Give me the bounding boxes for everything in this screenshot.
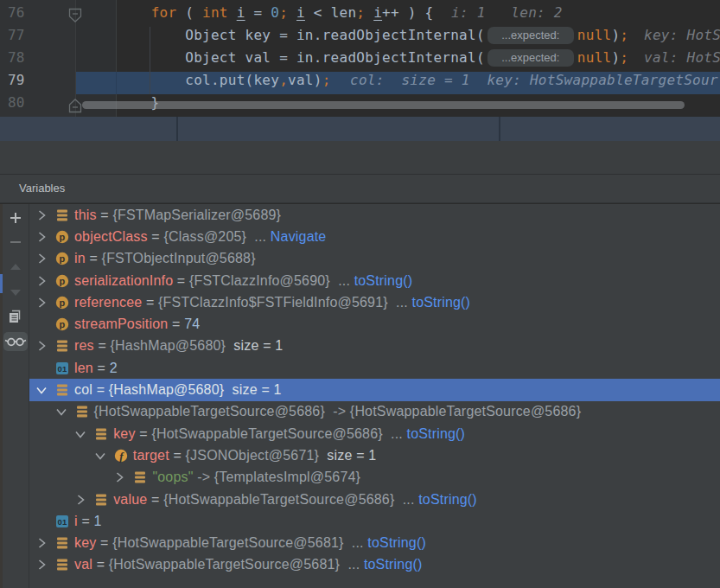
chevron-spacer bbox=[35, 317, 48, 331]
duplicate-watch-icon[interactable] bbox=[9, 310, 22, 327]
variable-row[interactable]: {HotSwappableTargetSource@5686} -> {HotS… bbox=[29, 401, 720, 423]
param-icon: p bbox=[55, 252, 69, 265]
move-down-icon[interactable] bbox=[10, 286, 22, 302]
variable-row[interactable]: 01i = 1 bbox=[29, 510, 720, 532]
variable-part-link[interactable]: toString() bbox=[364, 557, 423, 572]
primitive-icon: 01 bbox=[55, 514, 69, 528]
code-token: ; bbox=[620, 27, 628, 43]
chevron-expanded-icon[interactable] bbox=[93, 449, 107, 463]
chevron-collapsed-icon[interactable] bbox=[35, 558, 48, 572]
variable-part-link[interactable]: toString() bbox=[418, 492, 477, 507]
variable-part-dots: ... bbox=[330, 273, 354, 288]
chevron-collapsed-icon[interactable] bbox=[35, 252, 48, 265]
code-token: Object key = in.readObjectInternal( bbox=[117, 27, 485, 43]
variable-row[interactable]: pserializationInfo = {FSTClazzInfo@5690}… bbox=[29, 270, 720, 291]
debugger-inline-hint: val: HotS bbox=[644, 49, 720, 72]
variable-text: len = 2 bbox=[74, 361, 118, 376]
variable-part-link[interactable]: toString() bbox=[407, 426, 466, 441]
variable-part-name: val bbox=[74, 557, 92, 572]
variable-row[interactable]: value = {HotSwappableTargetSource@5686} … bbox=[29, 489, 720, 510]
chevron-collapsed-icon[interactable] bbox=[35, 274, 48, 288]
chevron-collapsed-icon[interactable] bbox=[35, 339, 48, 353]
variable-part-eq: = bbox=[168, 316, 184, 331]
variable-row[interactable]: "oops" -> {TemplatesImpl@5674} bbox=[29, 467, 720, 489]
variable-text: key = {HotSwappableTargetSource@5686} ..… bbox=[113, 426, 465, 442]
variable-part-eq: = bbox=[169, 448, 186, 463]
variable-row[interactable]: 01len = 2 bbox=[29, 357, 720, 379]
value-icon bbox=[133, 470, 147, 484]
variable-part-ref: -> bbox=[325, 404, 350, 419]
variable-part-link[interactable]: Navigate bbox=[271, 229, 327, 244]
variable-row[interactable]: res = {HashMap@5680} size = 1 bbox=[29, 336, 720, 357]
variable-part-link[interactable]: toString() bbox=[354, 273, 413, 288]
code-token: < len bbox=[305, 4, 356, 21]
variable-part-dots: ... bbox=[344, 535, 368, 550]
svg-text:01: 01 bbox=[57, 516, 67, 526]
chevron-expanded-icon[interactable] bbox=[54, 405, 68, 419]
variables-tree[interactable]: this = {FSTMapSerializer@5689}pobjectCla… bbox=[29, 204, 720, 588]
variable-part-dots: ... bbox=[246, 229, 271, 244]
code-token: ; bbox=[356, 4, 365, 21]
chevron-collapsed-icon[interactable] bbox=[35, 536, 48, 550]
variable-row[interactable]: key = {HotSwappableTargetSource@5686} ..… bbox=[29, 423, 720, 444]
variable-text: value = {HotSwappableTargetSource@5686} … bbox=[113, 492, 477, 508]
variable-text: col = {HashMap@5680} size = 1 bbox=[74, 382, 282, 398]
variable-row[interactable]: col = {HashMap@5680} size = 1 bbox=[29, 379, 720, 400]
variable-row[interactable]: pobjectClass = {Class@205} ... Navigate bbox=[29, 226, 720, 247]
variable-row[interactable]: pstreamPosition = 74 bbox=[29, 313, 720, 335]
chevron-collapsed-icon[interactable] bbox=[35, 208, 48, 222]
remove-watch-icon[interactable] bbox=[10, 236, 22, 252]
add-watch-icon[interactable] bbox=[10, 212, 22, 227]
variable-part-ref: {HashMap@5680} bbox=[111, 338, 226, 353]
variable-row[interactable]: preferencee = {FSTClazzInfo$FSTFieldInfo… bbox=[29, 291, 720, 313]
variable-part-ref: {HotSwappableTargetSource@5686} bbox=[94, 404, 325, 419]
code-token: , bbox=[279, 72, 288, 88]
variable-part-name: objectClass bbox=[74, 229, 148, 244]
value-icon bbox=[94, 427, 108, 441]
editor-horizontal-scrollbar[interactable] bbox=[82, 101, 685, 109]
code-token: null bbox=[577, 49, 612, 66]
debug-toolbar-strip bbox=[0, 141, 720, 174]
fold-marker-start[interactable] bbox=[67, 8, 83, 27]
parameter-hint-pill: ...expected: bbox=[487, 27, 574, 44]
variable-row[interactable]: key = {HotSwappableTargetSource@5681} ..… bbox=[29, 532, 720, 553]
variable-row[interactable]: val = {HotSwappableTargetSource@5681} ..… bbox=[29, 554, 720, 576]
variable-part-size: size = 1 bbox=[233, 382, 282, 397]
variable-part-num: 1 bbox=[94, 514, 102, 528]
chevron-expanded-icon[interactable] bbox=[73, 427, 87, 441]
variable-row[interactable]: ftarget = {JSONObject@5671} size = 1 bbox=[29, 444, 720, 466]
variable-part-name: referencee bbox=[74, 295, 142, 310]
param-icon: p bbox=[55, 317, 69, 331]
show-watches-icon[interactable] bbox=[3, 332, 28, 355]
variable-part-ref: {FSTClazzInfo$FSTFieldInfo@5691} bbox=[158, 295, 388, 310]
variable-part-ref: {FSTObjectInput@5688} bbox=[102, 251, 256, 265]
code-token: ) bbox=[611, 49, 620, 66]
svg-text:01: 01 bbox=[57, 363, 67, 373]
variable-text: "oops" -> {TemplatesImpl@5674} bbox=[152, 470, 360, 485]
chevron-collapsed-icon[interactable] bbox=[35, 230, 48, 244]
code-editor[interactable]: 76 for ( int i = 0; i < len; i++ ) {i: 1… bbox=[0, 0, 720, 117]
fold-marker-end[interactable] bbox=[67, 98, 83, 117]
primitive-icon: 01 bbox=[55, 361, 69, 375]
variable-part-num: 74 bbox=[184, 316, 200, 331]
variable-part-name: streamPosition bbox=[74, 316, 168, 331]
code-token: ( bbox=[176, 4, 202, 21]
variable-part-eq bbox=[226, 338, 233, 353]
line-number: 77 bbox=[8, 27, 60, 49]
move-up-icon[interactable] bbox=[10, 261, 22, 277]
variable-part-eq: = bbox=[148, 229, 164, 244]
variable-part-name: in bbox=[74, 251, 86, 265]
chevron-expanded-icon[interactable] bbox=[35, 383, 48, 397]
variable-part-link[interactable]: toString() bbox=[367, 535, 426, 550]
intellij-debugger-window: 76 for ( int i = 0; i < len; i++ ) {i: 1… bbox=[0, 0, 720, 588]
variable-part-dots: ... bbox=[383, 426, 407, 441]
variable-row[interactable]: this = {FSTMapSerializer@5689} bbox=[29, 204, 720, 226]
variable-part-link[interactable]: toString() bbox=[412, 295, 471, 310]
variable-row[interactable]: pin = {FSTObjectInput@5688} bbox=[29, 248, 720, 270]
code-token bbox=[365, 4, 373, 21]
chevron-collapsed-icon[interactable] bbox=[35, 296, 48, 310]
chevron-collapsed-icon[interactable] bbox=[112, 470, 126, 484]
variable-part-name: col bbox=[74, 382, 92, 397]
chevron-collapsed-icon[interactable] bbox=[73, 493, 87, 507]
variable-part-dots: ... bbox=[394, 492, 418, 507]
